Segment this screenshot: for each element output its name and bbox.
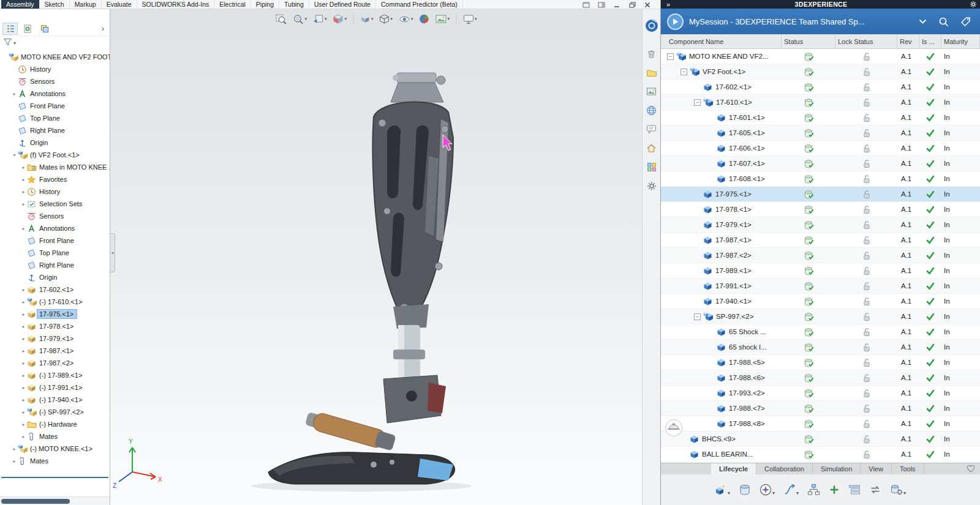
menu-tab-assembly[interactable]: Assembly	[1, 0, 40, 9]
component-row-17-978-1[interactable]: 17-978.<1>A.1In	[661, 202, 980, 217]
save-data-icon[interactable]	[739, 484, 751, 496]
tree-item-moto-knee-and-vf2-foot[interactable]: MOTO KNEE AND VF2 FOOT.	[0, 51, 110, 63]
tree-item-17-978-1[interactable]: ▸17-978.<1>	[0, 320, 110, 332]
expand-arrow-icon[interactable]: ▸	[20, 312, 27, 317]
expand-arrow-icon[interactable]: ▸	[11, 458, 18, 464]
unlocked-padlock-icon[interactable]	[835, 156, 897, 171]
tree-item-annotations[interactable]: ▸Annotations	[0, 222, 110, 234]
expand-arrow-icon[interactable]: ▸	[20, 336, 27, 342]
component-row-17-610-1[interactable]: −17-610.<1>A.1In	[661, 95, 980, 110]
3dexperience-play-logo-icon[interactable]	[667, 13, 684, 30]
add-component-icon[interactable]	[829, 484, 840, 495]
new-content-icon[interactable]: ▾	[714, 484, 730, 496]
filter-dropdown-arrow-icon[interactable]: ▾	[13, 40, 16, 46]
featuremanager-tab-icon[interactable]	[2, 23, 18, 35]
unlocked-padlock-icon[interactable]	[835, 294, 897, 309]
component-row-vf2-foot-1[interactable]: −VF2 Foot.<1>A.1In	[661, 64, 980, 80]
prosthetic-leg-model[interactable]	[268, 73, 455, 484]
tree-item-front-plane[interactable]: Front Plane	[0, 234, 110, 247]
solidworks-resources-home-icon[interactable]	[645, 141, 658, 155]
component-row-65-shock-l[interactable]: 65 shock l...A.1In	[661, 340, 980, 355]
design-library-icon[interactable]	[645, 160, 658, 174]
component-row-17-940-1[interactable]: 17-940.<1>A.1In	[661, 294, 980, 309]
apply-scene-icon[interactable]: ▾	[435, 13, 451, 24]
zoom-to-area-icon[interactable]: ▾	[292, 13, 307, 25]
collapse-toggle-icon[interactable]: −	[667, 53, 674, 60]
unlocked-padlock-icon[interactable]	[835, 110, 897, 125]
component-row-17-991-1[interactable]: 17-991.<1>A.1In	[661, 279, 980, 294]
tree-item-17-610-1[interactable]: ▸(-) 17-610.<1>	[0, 296, 110, 308]
expand-arrow-icon[interactable]: ▸	[20, 189, 27, 195]
tab-collaboration[interactable]: Collaboration	[756, 463, 813, 474]
column-header-lock-status[interactable]: Lock Status	[835, 34, 897, 48]
restore-button[interactable]	[628, 1, 636, 9]
unlocked-padlock-icon[interactable]	[835, 416, 897, 431]
expand-arrow-icon[interactable]: ▸	[20, 385, 27, 391]
hide-show-items-icon[interactable]: ▾	[398, 14, 414, 24]
favorites-heart-icon[interactable]	[967, 465, 975, 474]
component-row-17-987-2[interactable]: 17-987.<2>A.1In	[661, 248, 980, 263]
collapse-panel-button[interactable]: »	[661, 1, 676, 8]
list-view-icon[interactable]	[848, 484, 861, 495]
view-orientation-icon[interactable]: ▾	[359, 13, 374, 25]
unlocked-padlock-icon[interactable]	[835, 141, 897, 155]
tree-item-origin[interactable]: Origin	[0, 137, 110, 149]
tree-item-17-987-2[interactable]: ▸17-987.<2>	[0, 357, 110, 369]
dock-pane-button[interactable]	[597, 1, 606, 9]
zoom-to-fit-icon[interactable]	[274, 13, 287, 25]
expand-arrow-icon[interactable]: ▸	[20, 177, 27, 182]
explore-icon[interactable]: ▾	[760, 484, 775, 496]
expand-arrow-icon[interactable]: ▸	[20, 410, 27, 415]
menu-tab-evaluate[interactable]: Evaluate	[102, 0, 137, 9]
unlocked-padlock-icon[interactable]	[835, 324, 897, 339]
session-chevron-down-icon[interactable]	[916, 19, 930, 24]
column-header-component-name[interactable]: Component Name	[661, 34, 782, 48]
column-header-maturity[interactable]: Maturity	[941, 34, 980, 48]
column-header-status[interactable]: Status	[782, 34, 835, 48]
tree-item-favorites[interactable]: ▸Favorites	[0, 173, 110, 185]
tree-item-top-plane[interactable]: Top Plane	[0, 112, 110, 124]
unlocked-padlock-icon[interactable]	[835, 233, 897, 247]
tree-item-selection-sets[interactable]: ▸Selection Sets	[0, 198, 110, 210]
menu-tab-markup[interactable]: Markup	[70, 0, 102, 9]
insert-route-icon[interactable]: ▾	[783, 484, 799, 496]
tree-item-origin[interactable]: Origin	[0, 271, 110, 283]
tree-item-17-989-1[interactable]: ▸(-) 17-989.<1>	[0, 369, 110, 381]
component-row-17-988-5[interactable]: 17-988.<5>A.1In	[661, 355, 980, 370]
expand-arrow-icon[interactable]: ▸	[20, 226, 27, 231]
tree-item-moto-knee-1[interactable]: ▸(-) MOTO KNEE.<1>	[0, 443, 110, 455]
tree-item-17-940-1[interactable]: ▸(-) 17-940.<1>	[0, 394, 110, 406]
unlocked-padlock-icon[interactable]	[835, 248, 897, 263]
unlocked-padlock-icon[interactable]	[835, 401, 897, 416]
tree-item-17-975-1[interactable]: ▸17-975.<1>	[0, 308, 110, 320]
unlocked-padlock-icon[interactable]	[835, 95, 897, 110]
float-pane-button[interactable]	[582, 1, 590, 9]
component-row-moto-knee-and-vf2[interactable]: −MOTO KNEE AND VF2...A.1In	[661, 49, 980, 64]
settings-gear-icon[interactable]	[645, 179, 658, 193]
collapse-toggle-icon[interactable]: −	[694, 99, 701, 106]
database-tools-icon[interactable]: ▾	[890, 484, 906, 496]
expand-arrow-icon[interactable]: ▸	[20, 373, 27, 378]
component-row-17-605-1[interactable]: 17-605.<1>A.1In	[661, 125, 980, 141]
component-row-17-987-1[interactable]: 17-987.<1>A.1In	[661, 233, 980, 248]
unlocked-padlock-icon[interactable]	[835, 187, 897, 201]
tree-item-f-vf2-foot-1[interactable]: ▾(f) VF2 Foot.<1>	[0, 149, 110, 161]
expand-arrow-icon[interactable]: ▸	[20, 397, 27, 403]
tree-item-history[interactable]: ▸History	[0, 185, 110, 198]
scrollbar-thumb[interactable]	[1, 499, 70, 504]
unlocked-padlock-icon[interactable]	[835, 370, 897, 385]
tree-item-17-979-1[interactable]: ▸17-979.<1>	[0, 332, 110, 345]
view-palette-icon[interactable]	[645, 84, 658, 98]
expand-arrow-icon[interactable]: ▸	[20, 165, 27, 170]
tree-item-history[interactable]: History	[0, 63, 110, 75]
propertymanager-tab-icon[interactable]	[20, 23, 35, 35]
column-header-is[interactable]: Is ...	[919, 34, 941, 48]
component-row-17-601-1[interactable]: 17-601.<1>A.1In	[661, 110, 980, 125]
unlocked-padlock-icon[interactable]	[835, 279, 897, 293]
menu-tab-command-predictor-beta[interactable]: Command Predictor (Beta)	[376, 0, 463, 9]
replace-icon[interactable]	[869, 484, 881, 495]
tab-simulation[interactable]: Simulation	[813, 463, 861, 474]
configurationmanager-tab-icon[interactable]	[37, 23, 52, 35]
unlocked-padlock-icon[interactable]	[835, 49, 897, 64]
menu-tab-electrical[interactable]: Electrical	[214, 0, 251, 9]
